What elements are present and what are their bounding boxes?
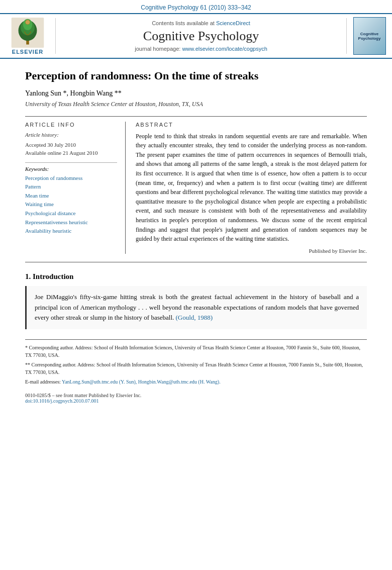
cover-title-line1: Cognitive [360, 32, 378, 36]
journal-citation: Cognitive Psychology 61 (2010) 333–342 [0, 0, 392, 13]
citation-text: Cognitive Psychology 61 (2010) 333–342 [141, 4, 251, 11]
footnote-2: ** Corresponding author. Address: School… [25, 361, 367, 376]
abstract-heading: ABSTRACT [136, 122, 367, 128]
keyword-item: Pattern [25, 182, 117, 192]
history-label: Article history: [25, 132, 117, 138]
footnotes-area: * Corresponding author. Address: School … [25, 339, 367, 386]
accepted-date: Accepted 30 July 2010 [25, 141, 117, 149]
journal-title: Cognitive Psychology [61, 28, 341, 44]
doi-text: doi:10.1016/j.cogpsych.2010.07.001 [25, 398, 99, 404]
article-title: Perception of randomness: On the time of… [25, 69, 367, 83]
journal-title-block: Contents lists available at ScienceDirec… [55, 18, 347, 54]
keyword-item: Psychological distance [25, 209, 117, 218]
keyword-item: Availability heuristic [25, 227, 117, 236]
elsevier-name: ELSEVIER [12, 49, 43, 55]
abstract-text: People tend to think that streaks in ran… [136, 132, 367, 244]
cover-box: Cognitive Psychology [353, 17, 386, 55]
homepage-url[interactable]: www.elsevier.com/locate/cogpsych [182, 46, 267, 52]
footnote-1-text: Corresponding author. Address: School of… [25, 345, 360, 358]
section-divider [25, 262, 367, 262]
authors-line: Yanlong Sun *, Hongbin Wang ** [25, 89, 367, 98]
contents-label: Contents lists available at [152, 20, 215, 26]
keyword-item: Representativeness heuristic [25, 218, 117, 227]
sciencedirect-line: Contents lists available at ScienceDirec… [61, 20, 341, 26]
article-body: Perception of randomness: On the time of… [0, 59, 392, 414]
email-addresses: E-mail addresses: YanLong.Sun@uth.tmc.ed… [25, 378, 367, 386]
keyword-item: Perception of randomness [25, 174, 117, 183]
abstract-col: ABSTRACT People tend to think that strea… [136, 122, 367, 254]
doi-line: doi:10.1016/j.cogpsych.2010.07.001 [25, 398, 367, 404]
available-date: Available online 21 August 2010 [25, 149, 117, 157]
footnote-1-marker: * [25, 345, 29, 350]
keyword-item: Waiting time [25, 200, 117, 209]
affiliation: University of Texas Health Science Cente… [25, 101, 367, 108]
article-info-heading: ARTICLE INFO [25, 122, 117, 128]
email-label: E-mail addresses: [25, 379, 61, 385]
footnote-2-marker: ** [25, 362, 32, 367]
email-text: YanLong.Sun@uth.tmc.edu (Y. Sun), Hongbi… [62, 379, 221, 385]
journal-cover: Cognitive Psychology [352, 17, 387, 55]
article-info-col: ARTICLE INFO Article history: Accepted 3… [25, 122, 126, 254]
elsevier-tree-icon [10, 18, 45, 48]
gould-cite-text: (Gould, 1988) [176, 314, 213, 321]
footnote-1: * Corresponding author. Address: School … [25, 344, 367, 359]
footnote-2-text: Corresponding author. Address: School of… [25, 362, 363, 375]
keyword-item: Mean time [25, 192, 117, 201]
journal-header: ELSEVIER Contents lists available at Sci… [0, 13, 392, 59]
issn-text: 0010-0285/$ – see front matter Published… [25, 393, 367, 398]
homepage-line: journal homepage: www.elsevier.com/locat… [61, 46, 341, 52]
published-by: Published by Elsevier Inc. [136, 248, 367, 254]
cover-title-line2: Psychology [358, 36, 381, 41]
introduction-heading: 1. Introduction [25, 272, 367, 281]
svg-point-5 [25, 20, 30, 24]
sciencedirect-link[interactable]: ScienceDirect [216, 20, 250, 26]
authors-text: Yanlong Sun *, Hongbin Wang ** [25, 89, 122, 97]
homepage-label: journal homepage: [135, 46, 180, 52]
elsevier-logo: ELSEVIER [5, 18, 50, 55]
keywords-section: Keywords: Perception of randomnessPatter… [25, 162, 117, 236]
keywords-label: Keywords: [25, 166, 117, 172]
bottom-info: 0010-0285/$ – see front matter Published… [25, 393, 367, 404]
email-link[interactable]: YanLong.Sun@uth.tmc.edu (Y. Sun), Hongbi… [62, 379, 221, 385]
keyword-list: Perception of randomnessPatternMean time… [25, 174, 117, 236]
gould-cite-link[interactable]: (Gould, 1988) [176, 314, 213, 321]
doi-link[interactable]: doi:10.1016/j.cogpsych.2010.07.001 [25, 398, 99, 404]
divider [25, 116, 367, 117]
sciencedirect-text: ScienceDirect [216, 20, 250, 26]
info-abstract-section: ARTICLE INFO Article history: Accepted 3… [25, 122, 367, 254]
intro-quote-block: Joe DiMaggio's fifty-six-game hitting st… [25, 286, 367, 329]
